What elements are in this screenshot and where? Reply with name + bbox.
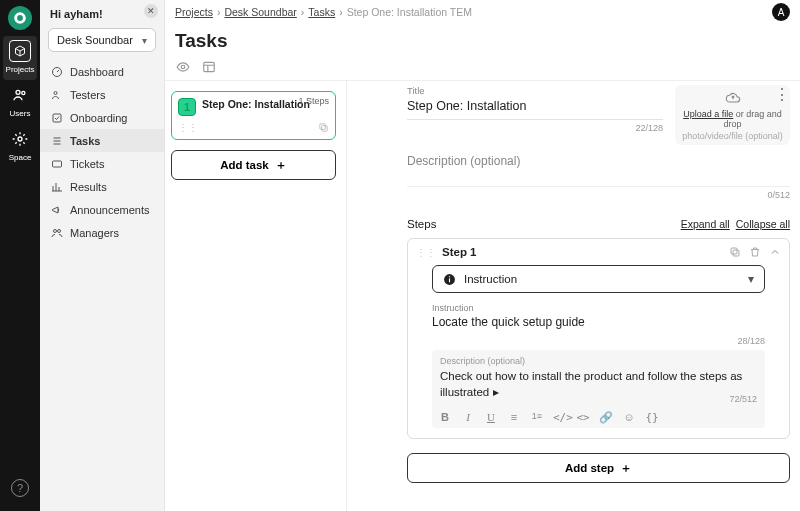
nav-managers[interactable]: Managers xyxy=(40,221,164,244)
task-steps-count: 1 Steps xyxy=(298,96,329,106)
svg-point-10 xyxy=(57,229,60,232)
bold-button[interactable]: B xyxy=(438,411,452,424)
rail-projects[interactable]: Projects xyxy=(3,36,37,80)
task-card[interactable]: 1 Steps 1 Step One: Installation ⋮⋮ xyxy=(171,91,336,140)
chevron-down-icon: ▾ xyxy=(142,35,147,46)
braces-button[interactable]: {} xyxy=(645,411,659,424)
add-step-button[interactable]: Add step ＋ xyxy=(407,453,790,483)
link-button[interactable]: 🔗 xyxy=(599,411,613,424)
results-icon xyxy=(50,180,63,193)
task-number: 1 xyxy=(178,98,196,116)
svg-point-11 xyxy=(181,65,185,69)
svg-rect-12 xyxy=(204,62,215,71)
help-icon[interactable]: ? xyxy=(11,479,29,497)
description-counter: 0/512 xyxy=(407,190,790,200)
svg-point-3 xyxy=(22,91,25,94)
rail-space[interactable]: Space xyxy=(0,124,40,168)
add-task-button[interactable]: Add task ＋ xyxy=(171,150,336,180)
nav-tasks[interactable]: Tasks xyxy=(40,129,164,152)
info-icon xyxy=(443,273,456,286)
nav-announcements[interactable]: Announcements xyxy=(40,198,164,221)
step-card: ⋮⋮ Step 1 Instruction ▾ xyxy=(407,238,790,439)
nav-testers[interactable]: Testers xyxy=(40,83,164,106)
managers-icon xyxy=(50,226,63,239)
project-select[interactable]: Desk Soundbar ▾ xyxy=(48,28,156,52)
svg-rect-14 xyxy=(320,124,326,129)
chevron-down-icon: ▾ xyxy=(748,272,754,286)
nav-label: Results xyxy=(70,181,107,193)
svg-point-9 xyxy=(53,229,56,232)
rail-users[interactable]: Users xyxy=(0,80,40,124)
add-step-label: Add step xyxy=(565,462,614,474)
project-select-label: Desk Soundbar xyxy=(57,34,133,46)
upload-hint: photo/video/file (optional) xyxy=(682,131,783,141)
upload-icon xyxy=(723,90,743,106)
gear-icon xyxy=(9,128,31,150)
nav-label: Dashboard xyxy=(70,66,124,78)
drag-icon[interactable]: ⋮⋮ xyxy=(178,122,198,133)
emoji-button[interactable]: ☺ xyxy=(622,411,636,424)
crumb-product[interactable]: Desk Soundbar xyxy=(224,6,296,18)
chevron-up-icon[interactable] xyxy=(769,246,781,258)
title-counter: 22/128 xyxy=(407,123,663,133)
page-title: Tasks xyxy=(165,24,800,56)
collapse-all[interactable]: Collapse all xyxy=(736,218,790,230)
step-desc-input[interactable]: Check out how to install the product and… xyxy=(440,369,757,400)
upload-dropzone[interactable]: Upload a file or drag and drop photo/vid… xyxy=(675,85,790,145)
svg-point-2 xyxy=(16,90,20,94)
code-button[interactable]: </> xyxy=(553,411,567,424)
step-type-select[interactable]: Instruction ▾ xyxy=(432,265,765,293)
title-input[interactable]: Step One: Installation xyxy=(407,96,663,120)
text-cursor-icon: ▸ xyxy=(493,385,499,401)
ordered-list-button[interactable]: 1≡ xyxy=(530,411,544,424)
kebab-icon[interactable]: ⋮ xyxy=(774,87,790,103)
delete-step-icon[interactable] xyxy=(749,246,761,258)
add-task-label: Add task xyxy=(220,159,269,171)
nav-onboarding[interactable]: Onboarding xyxy=(40,106,164,129)
instruction-input[interactable]: Locate the quick setup guide xyxy=(432,313,765,333)
duplicate-step-icon[interactable] xyxy=(729,246,741,258)
close-icon[interactable]: ✕ xyxy=(144,4,158,18)
svg-rect-15 xyxy=(733,250,739,256)
upload-link[interactable]: Upload a file xyxy=(683,109,733,119)
app-logo[interactable] xyxy=(8,6,32,30)
nav-tickets[interactable]: Tickets xyxy=(40,152,164,175)
tasks-icon xyxy=(50,134,63,147)
steps-label: Steps xyxy=(407,218,436,230)
nav-results[interactable]: Results xyxy=(40,175,164,198)
avatar[interactable]: A xyxy=(772,3,790,21)
drag-handle-icon[interactable]: ⋮⋮ xyxy=(416,247,436,258)
description-input[interactable]: Description (optional) xyxy=(407,151,790,187)
svg-rect-18 xyxy=(449,278,450,282)
nav-label: Tasks xyxy=(70,135,100,147)
crumb-tasks[interactable]: Tasks xyxy=(308,6,335,18)
rich-text-toolbar: B I U ≡ 1≡ </> <> 🔗 ☺ {} xyxy=(438,411,659,424)
layout-icon[interactable] xyxy=(201,60,217,74)
embed-button[interactable]: <> xyxy=(576,411,590,424)
task-detail: ⋮ Title Step One: Installation 22/128 Up… xyxy=(347,81,800,511)
svg-point-4 xyxy=(18,137,22,141)
cube-icon xyxy=(9,40,31,62)
svg-rect-8 xyxy=(52,161,61,167)
nav-dashboard[interactable]: Dashboard xyxy=(40,60,164,83)
onboarding-icon xyxy=(50,111,63,124)
duplicate-icon[interactable] xyxy=(318,122,329,133)
nav-label: Tickets xyxy=(70,158,104,170)
bullet-list-button[interactable]: ≡ xyxy=(507,411,521,424)
title-label: Title xyxy=(407,85,663,96)
expand-all[interactable]: Expand all xyxy=(681,218,730,230)
italic-button[interactable]: I xyxy=(461,411,475,424)
nav-label: Managers xyxy=(70,227,119,239)
step-type-label: Instruction xyxy=(464,273,517,285)
eye-icon[interactable] xyxy=(175,60,191,74)
svg-point-6 xyxy=(54,91,57,94)
tickets-icon xyxy=(50,157,63,170)
plus-icon: ＋ xyxy=(275,158,287,173)
instruction-label: Instruction xyxy=(432,303,765,313)
megaphone-icon xyxy=(50,203,63,216)
users-icon xyxy=(9,84,31,106)
step-desc-label: Description (optional) xyxy=(440,356,757,366)
underline-button[interactable]: U xyxy=(484,411,498,424)
sidebar: ✕ Hi ayham! Desk Soundbar ▾ Dashboard Te… xyxy=(40,0,165,511)
crumb-projects[interactable]: Projects xyxy=(175,6,213,18)
